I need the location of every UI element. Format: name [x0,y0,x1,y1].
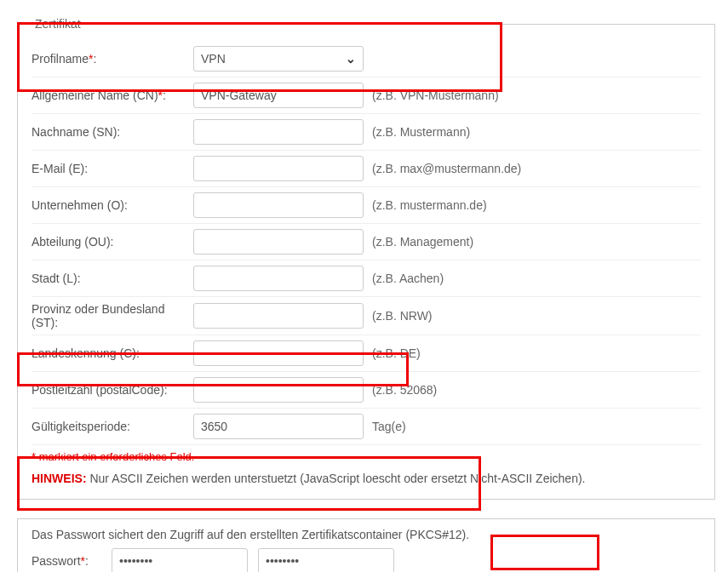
row-profile-name: Profilname*: VPN ⌄ [32,41,701,77]
label-state: Provinz oder Bundesland (ST): [32,302,193,329]
profile-name-select[interactable]: VPN ⌄ [193,46,364,72]
hint-cn: (z.B. VPN-Mustermann) [364,89,701,102]
hinweis-note: HINWEIS: Nur ASCII Zeichen werden unters… [32,472,701,485]
state-input[interactable] [193,303,364,329]
city-input[interactable] [193,266,364,291]
row-org: Unternehmen (O): (z.B. mustermann.de) [32,187,701,224]
country-input[interactable] [193,340,364,366]
hint-postal: (z.B. 52068) [364,383,701,397]
email-input[interactable] [193,156,364,181]
row-postal: Postleitzahl (postalCode): (z.B. 52068) [32,372,701,409]
row-validity: Gültigkeitsperiode: Tag(e) [32,409,701,445]
row-city: Stadt (L): (z.B. Aachen) [32,260,701,297]
chevron-down-icon: ⌄ [346,52,356,66]
label-country: Landeskennung (C): [32,346,193,360]
label-postal: Postleitzahl (postalCode): [32,383,193,397]
password-label: Passwort*: [32,554,101,568]
label-cn: Allgemeiner Name (CN)*: [32,89,193,102]
row-state: Provinz oder Bundesland (ST): (z.B. NRW) [32,297,701,335]
hint-state: (z.B. NRW) [364,309,701,323]
hint-city: (z.B. Aachen) [364,272,701,285]
label-email: E-Mail (E): [32,162,193,175]
label-org: Unternehmen (O): [32,198,193,212]
required-note: * markiert ein erforderliches Feld. [32,450,701,463]
hint-email: (z.B. max@mustermann.de) [364,162,701,175]
certificate-fieldset: Zertifikat Profilname*: VPN ⌄ Allgemeine… [17,17,715,500]
label-validity: Gültigkeitsperiode: [32,420,193,433]
password-description: Das Passwort sichert den Zugriff auf den… [32,528,701,541]
ou-input[interactable] [193,229,364,255]
row-country: Landeskennung (C): (z.B. DE) [32,335,701,372]
sn-input[interactable] [193,119,364,145]
required-asterisk: * [81,554,85,568]
password-input-2[interactable] [258,548,394,572]
label-ou: Abteilung (OU): [32,235,193,249]
hint-validity: Tag(e) [364,420,701,433]
row-cn: Allgemeiner Name (CN)*: (z.B. VPN-Muster… [32,77,701,114]
label-city: Stadt (L): [32,272,193,285]
required-asterisk: * [89,52,93,66]
label-profile-name: Profilname*: [32,52,193,66]
hint-ou: (z.B. Management) [364,235,701,249]
row-sn: Nachname (SN): (z.B. Mustermann) [32,114,701,151]
postal-input[interactable] [193,377,364,403]
fieldset-legend: Zertifikat [32,17,84,31]
cn-input[interactable] [193,83,364,108]
org-input[interactable] [193,192,364,218]
row-ou: Abteilung (OU): (z.B. Management) [32,224,701,260]
password-input-1[interactable] [112,548,248,572]
row-email: E-Mail (E): (z.B. max@mustermann.de) [32,151,701,187]
hint-sn: (z.B. Mustermann) [364,125,701,139]
required-asterisk: * [158,89,163,102]
hint-country: (z.B. DE) [364,346,701,360]
hint-org: (z.B. mustermann.de) [364,198,701,212]
password-section: Das Passwort sichert den Zugriff auf den… [17,518,715,572]
label-sn: Nachname (SN): [32,125,193,139]
validity-input[interactable] [193,414,364,439]
